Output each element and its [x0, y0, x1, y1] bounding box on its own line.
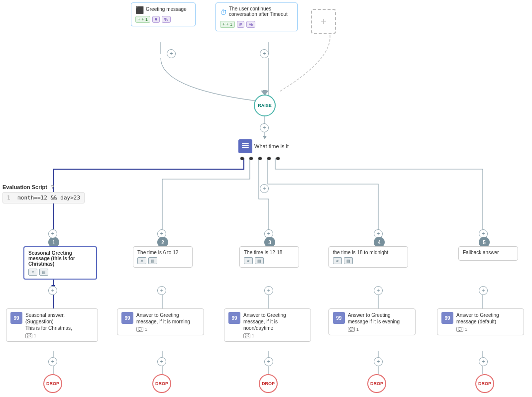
answer-card-1[interactable]: 99 Seasonal answer, (Suggestion)This is … — [6, 308, 98, 342]
add-circle-icon-2: + — [262, 50, 266, 57]
answer-3-badge: 💬 1 — [243, 333, 307, 338]
branch-dots — [240, 157, 280, 160]
add-icon-wt: + — [262, 185, 266, 192]
chat-icon-4: 💬 — [348, 327, 355, 332]
raise-label: RAISE — [258, 103, 272, 108]
add-circle-b3-mid[interactable]: + — [264, 286, 273, 295]
answer-3-content: 99 Answer to Greeting message, if it is … — [228, 312, 307, 338]
svg-rect-25 — [242, 145, 249, 146]
drop-5-label: DROP — [478, 381, 491, 386]
add-circle-b4-bot[interactable]: + — [374, 357, 383, 366]
hash-cond-icon-3: # — [244, 257, 253, 264]
timeout-title: The user continues conversation after Ti… — [229, 6, 293, 17]
page-cond-icon: ▤ — [39, 269, 48, 276]
add-circle-b1-mid[interactable]: + — [48, 286, 57, 295]
eval-help-icon[interactable]: ? — [51, 184, 54, 190]
add-circle-b1-top[interactable]: + — [48, 229, 57, 238]
eval-code-box[interactable]: 1 month==12 && day>23 — [2, 192, 85, 203]
answer-2-badge: 💬 1 — [136, 327, 200, 332]
answer-3-icon: 99 — [228, 312, 240, 324]
answer-card-4[interactable]: 99 Answer to Greeting message if it is e… — [328, 308, 416, 335]
answer-5-icon: 99 — [441, 312, 453, 324]
answer-card-3[interactable]: 99 Answer to Greeting message, if it is … — [224, 308, 311, 342]
greeting-add-btn[interactable]: + + 1 — [135, 16, 150, 23]
greeting-node[interactable]: ⬛ Greeting message + + 1 # % — [131, 2, 196, 26]
add-new-icon: + — [320, 16, 326, 27]
hash-icon: # — [155, 17, 157, 22]
chat-icon-2: 💬 — [136, 327, 143, 332]
branch-4-condition-card[interactable]: the time is 18 to midnight # ▤ — [328, 246, 408, 268]
answer-3-text: Answer to Greeting message, if it is noo… — [243, 312, 307, 331]
add-circle-b1-bot[interactable]: + — [48, 357, 57, 366]
svg-marker-22 — [263, 90, 267, 94]
branch-5-condition-title: Fallback answer — [463, 250, 514, 255]
answer-card-5[interactable]: 99 Answer to Greeting message (default) … — [437, 308, 524, 335]
add-icon-raise: + — [262, 124, 266, 131]
raise-node[interactable]: RAISE — [254, 95, 276, 116]
eval-script-panel: Evaluation Script ? 1 month==12 && day>2… — [2, 184, 85, 203]
branch-3-condition-title: The time is 12-18 — [244, 250, 295, 255]
timeout-hash-icon: # — [239, 22, 242, 27]
answer-card-2[interactable]: 99 Answer to Greeting message, if it is … — [117, 308, 204, 335]
answer-5-text: Answer to Greeting message (default) — [456, 312, 520, 325]
greeting-title: Greeting message — [146, 6, 187, 12]
drop-2: DROP — [152, 374, 171, 393]
answer-2-text: Answer to Greeting message, if it is mor… — [136, 312, 200, 325]
page-cond-icon-3: ▤ — [255, 257, 264, 264]
svg-marker-21 — [263, 136, 267, 139]
what-time-label: What time is it — [254, 143, 289, 149]
eval-line-num: 1 — [7, 195, 10, 201]
hash-cond-icon: # — [28, 269, 37, 276]
answer-1-badge: 💬 1 — [25, 333, 94, 338]
timeout-add-btn[interactable]: + + 1 — [220, 21, 235, 28]
branch-3-icons: # ▤ — [244, 257, 295, 264]
greeting-icon: ⬛ — [135, 6, 144, 14]
add-circle-timeout-bottom[interactable]: + — [260, 49, 269, 58]
answer-4-text: Answer to Greeting message if it is even… — [348, 312, 411, 325]
branch-4-icons: # ▤ — [333, 257, 404, 264]
answer-1-icon: 99 — [10, 312, 22, 324]
timeout-hash-btn[interactable]: # — [237, 21, 244, 28]
add-circle-b5-mid[interactable]: + — [479, 286, 488, 295]
add-circle-b2-mid[interactable]: + — [157, 286, 166, 295]
answer-4-content: 99 Answer to Greeting message if it is e… — [333, 312, 411, 332]
drop-5: DROP — [475, 374, 494, 393]
eval-title: Evaluation Script ? — [2, 184, 85, 190]
answer-2-icon: 99 — [121, 312, 133, 324]
branch-1-condition-title: Seasonal Greeting message (this is for C… — [28, 250, 92, 267]
answer-1-text: Seasonal answer, (Suggestion)This is for… — [25, 312, 94, 331]
greeting-percent-btn[interactable]: % — [162, 16, 171, 23]
drop-1-label: DROP — [46, 381, 59, 386]
chat-icon-5: 💬 — [456, 327, 463, 332]
add-circle-below-raise[interactable]: + — [260, 123, 269, 132]
branch-2-condition-card[interactable]: The time is 6 to 12 # ▤ — [133, 246, 193, 268]
dot-2 — [249, 157, 253, 160]
branch-3-condition-card[interactable]: The time is 12-18 # ▤ — [239, 246, 299, 268]
add-circle-b3-bot[interactable]: + — [264, 357, 273, 366]
timeout-percent-btn[interactable]: % — [246, 21, 255, 28]
add-circle-b2-bot[interactable]: + — [157, 357, 166, 366]
branch-1-condition-icons: # ▤ — [28, 269, 92, 276]
timeout-node[interactable]: ⏱ The user continues conversation after … — [215, 2, 298, 31]
answer-4-icon: 99 — [333, 312, 345, 324]
branch-2-condition-title: The time is 6 to 12 — [137, 250, 188, 255]
add-circle-whattime[interactable]: + — [260, 184, 269, 193]
greeting-hash-btn[interactable]: # — [152, 16, 160, 23]
drop-4: DROP — [367, 374, 386, 393]
branch-5-condition-card[interactable]: Fallback answer — [458, 246, 518, 261]
add-new-node[interactable]: + — [311, 9, 336, 34]
drop-4-label: DROP — [370, 381, 383, 386]
drop-3: DROP — [259, 374, 278, 393]
svg-rect-26 — [242, 147, 249, 148]
branch-1-condition-card[interactable]: Seasonal Greeting message (this is for C… — [23, 246, 97, 280]
answer-5-badge: 💬 1 — [456, 327, 520, 332]
add-circle-b4-mid[interactable]: + — [374, 286, 383, 295]
hash-cond-icon-2: # — [137, 257, 146, 264]
what-time-icon-box — [238, 139, 252, 153]
add-circle-b5-bot[interactable]: + — [479, 357, 488, 366]
dot-4 — [267, 157, 271, 160]
add-circle-greeting-bottom[interactable]: + — [167, 49, 176, 58]
what-time-node[interactable]: What time is it — [238, 139, 289, 153]
dot-5 — [276, 157, 280, 160]
branch-4-condition-title: the time is 18 to midnight — [333, 250, 404, 255]
